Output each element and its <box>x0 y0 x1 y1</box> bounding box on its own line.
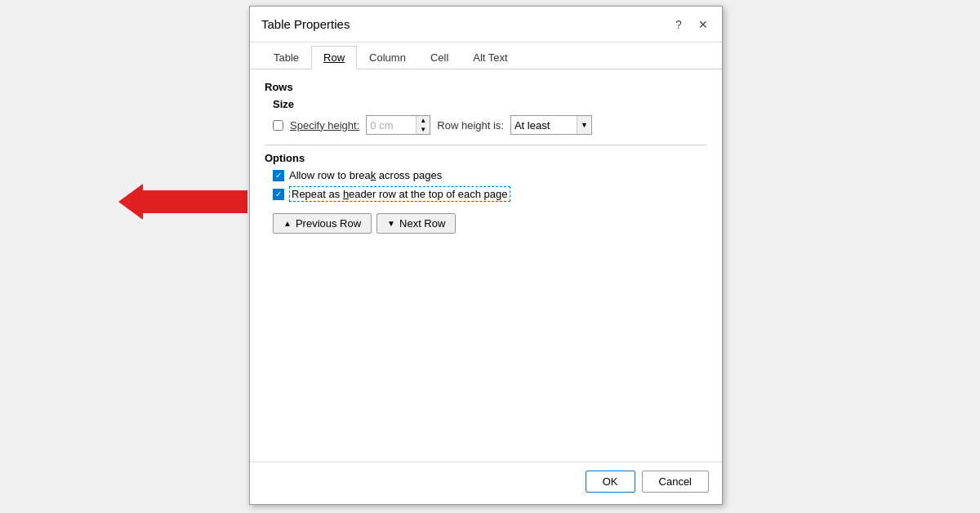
dialog-content: Rows Size Specify height: ▲ ▼ Row height… <box>250 69 722 364</box>
size-heading: Size <box>273 98 707 110</box>
next-row-arrow-icon: ▼ <box>387 219 395 228</box>
tab-column[interactable]: Column <box>357 46 418 69</box>
options-heading: Options <box>265 152 707 164</box>
option1-checkbox[interactable]: ✓ <box>273 170 284 181</box>
tabs-bar: Table Row Column Cell Alt Text <box>250 46 722 69</box>
spinner-up[interactable]: ▲ <box>416 116 430 125</box>
option2-row: ✓ Repeat as header row at the top of eac… <box>273 188 707 200</box>
tab-cell[interactable]: Cell <box>418 46 461 69</box>
rows-heading: Rows <box>265 81 707 93</box>
specify-height-checkbox[interactable] <box>273 120 283 131</box>
ok-button[interactable]: OK <box>586 471 635 493</box>
help-button[interactable]: ? <box>668 14 689 35</box>
titlebar-buttons: ? ✕ <box>668 14 714 35</box>
height-input[interactable] <box>367 116 416 134</box>
row-height-dropdown[interactable]: At least Exactly ▼ <box>510 115 592 135</box>
dialog-title: Table Properties <box>261 17 350 31</box>
tab-table[interactable]: Table <box>261 46 311 69</box>
spinner-buttons: ▲ ▼ <box>416 116 430 134</box>
dialog-titlebar: Table Properties ? ✕ <box>250 7 722 42</box>
red-arrow <box>118 184 247 220</box>
options-section: Options ✓ Allow row to break across page… <box>265 152 707 200</box>
dialog-footer: OK Cancel <box>250 462 722 504</box>
divider <box>265 145 707 145</box>
specify-height-label: Specify height: <box>290 119 359 132</box>
option1-label: Allow row to break across pages <box>289 169 442 181</box>
tab-row[interactable]: Row <box>311 46 357 69</box>
prev-row-arrow-icon: ▲ <box>283 219 292 228</box>
nav-buttons: ▲ Previous Row ▼ Next Row <box>273 213 707 234</box>
row-height-select[interactable]: At least Exactly <box>511 116 577 134</box>
option1-row: ✓ Allow row to break across pages <box>273 169 707 181</box>
size-row: Specify height: ▲ ▼ Row height is: At le… <box>273 115 707 135</box>
previous-row-button[interactable]: ▲ Previous Row <box>273 213 372 234</box>
close-button[interactable]: ✕ <box>693 14 714 35</box>
option2-checkbox[interactable]: ✓ <box>273 189 284 200</box>
row-height-label: Row height is: <box>437 119 504 132</box>
table-properties-dialog: Table Properties ? ✕ Table Row Column Ce… <box>249 6 723 505</box>
tab-alt-text[interactable]: Alt Text <box>461 46 519 69</box>
next-row-button[interactable]: ▼ Next Row <box>376 213 456 234</box>
option2-label: Repeat as header row at the top of each … <box>289 188 510 200</box>
spinner-down[interactable]: ▼ <box>416 125 430 134</box>
height-input-wrap: ▲ ▼ <box>366 115 430 135</box>
dropdown-arrow-icon: ▼ <box>577 116 591 134</box>
cancel-button[interactable]: Cancel <box>642 471 709 493</box>
